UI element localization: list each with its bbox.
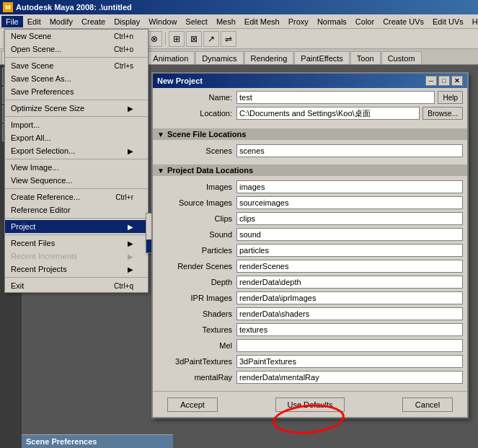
- source-images-input[interactable]: [236, 196, 463, 209]
- menu-modify[interactable]: Modify: [45, 16, 77, 27]
- menu-edit[interactable]: Edit: [23, 16, 45, 27]
- new-project-dialog: New Project ─ □ ✕ Name: Help Location: B…: [151, 72, 469, 418]
- menu-export-all[interactable]: Export All...: [5, 131, 148, 144]
- menu-open-scene[interactable]: Open Scene... Ctrl+o: [5, 43, 148, 56]
- scenes-input[interactable]: [236, 144, 463, 157]
- images-input[interactable]: [236, 180, 463, 193]
- scenes-label: Scenes: [157, 146, 236, 155]
- menu-mesh[interactable]: Mesh: [212, 16, 240, 27]
- clips-input[interactable]: [236, 212, 463, 225]
- menu-window[interactable]: Window: [144, 16, 181, 27]
- location-label: Location:: [157, 109, 236, 118]
- accept-button[interactable]: Accept: [167, 398, 218, 412]
- tab-painteffects[interactable]: PaintEffects: [294, 51, 350, 64]
- menu-editmesh[interactable]: Edit Mesh: [240, 16, 284, 27]
- menu-view-image[interactable]: View Image...: [5, 161, 148, 174]
- particles-label: Particles: [157, 246, 236, 255]
- paint-textures-label: 3dPaintTextures: [157, 357, 236, 366]
- menu-color[interactable]: Color: [351, 16, 379, 27]
- menu-display[interactable]: Display: [110, 16, 144, 27]
- particles-input[interactable]: [236, 244, 463, 257]
- mel-label: Mel: [157, 341, 236, 350]
- menu-select[interactable]: Select: [181, 16, 212, 27]
- ipr-label: IPR Images: [157, 294, 236, 302]
- menu-edituvs[interactable]: Edit UVs: [428, 16, 468, 27]
- app-icon: M: [3, 2, 13, 12]
- menu-save-as[interactable]: Save Scene As...: [5, 72, 148, 85]
- toolbar-btn-10[interactable]: ⊞: [169, 31, 185, 47]
- menu-save-prefs[interactable]: Save Preferences: [5, 85, 148, 98]
- toolbar-btn-13[interactable]: ⇌: [221, 31, 236, 47]
- textures-label: Textures: [157, 325, 236, 334]
- menu-createuvs[interactable]: Create UVs: [379, 16, 428, 27]
- toolbar-btn-11[interactable]: ⊠: [186, 31, 202, 47]
- mel-input[interactable]: [236, 339, 463, 352]
- depth-input[interactable]: [236, 276, 463, 289]
- scene-file-fields: Scenes: [153, 143, 467, 162]
- mentalray-label: mentalRay: [157, 373, 236, 382]
- menu-import[interactable]: Import...: [5, 118, 148, 131]
- menu-sep-6: [5, 218, 148, 219]
- ipr-input[interactable]: [236, 291, 463, 304]
- dialog-minimize-btn[interactable]: ─: [425, 76, 437, 86]
- cancel-button[interactable]: Cancel: [402, 398, 453, 412]
- menu-sep-4: [5, 159, 148, 159]
- menu-new-scene[interactable]: New Scene Ctrl+n: [5, 30, 148, 43]
- paint-textures-input[interactable]: [236, 355, 463, 368]
- name-row: Name: Help: [157, 91, 463, 104]
- dialog-title-bar: New Project ─ □ ✕: [153, 74, 467, 88]
- shaders-label: Shaders: [157, 309, 236, 318]
- menu-view-seq[interactable]: View Sequence...: [5, 174, 148, 187]
- section-project-data[interactable]: ▼ Project Data Locations: [153, 164, 467, 176]
- toolbar-sep-2: [165, 32, 166, 45]
- clips-label: Clips: [157, 214, 236, 223]
- depth-label: Depth: [157, 278, 236, 286]
- dialog-title-controls: ─ □ ✕: [425, 76, 463, 86]
- menu-sep-2: [5, 100, 148, 100]
- images-label: Images: [157, 183, 236, 191]
- help-button[interactable]: Help: [438, 91, 463, 104]
- location-input[interactable]: [236, 107, 420, 120]
- menu-create[interactable]: Create: [77, 16, 110, 27]
- menu-export-sel[interactable]: Export Selection... ▶: [5, 144, 148, 157]
- menu-project[interactable]: Project ▶: [5, 220, 148, 233]
- dialog-scroll-area[interactable]: ▼ Scene File Locations Scenes ▼ Project …: [153, 126, 467, 391]
- mentalray-input[interactable]: [236, 371, 463, 384]
- tab-rendering[interactable]: Rendering: [244, 51, 294, 64]
- dialog-footer: Accept Use Defaults Cancel: [153, 391, 467, 417]
- sound-label: Sound: [157, 230, 236, 239]
- menu-sep-8: [5, 277, 148, 278]
- sound-input[interactable]: [236, 228, 463, 241]
- toolbar-btn-9[interactable]: ⊗: [146, 31, 162, 47]
- textures-input[interactable]: [236, 323, 463, 336]
- menu-optimize[interactable]: Optimize Scene Size ▶: [5, 102, 148, 115]
- section-arrow-1: ▼: [157, 131, 164, 139]
- menu-file[interactable]: File: [1, 16, 23, 27]
- shaders-input[interactable]: [236, 307, 463, 320]
- menu-exit[interactable]: Exit Ctrl+q: [5, 279, 148, 292]
- render-scenes-input[interactable]: [236, 260, 463, 273]
- menu-proxy[interactable]: Proxy: [284, 16, 313, 27]
- tab-custom[interactable]: Custom: [381, 51, 422, 64]
- tab-toon[interactable]: Toon: [350, 51, 381, 64]
- tab-animation[interactable]: Animation: [146, 51, 195, 64]
- section-scene-files[interactable]: ▼ Scene File Locations: [153, 128, 467, 140]
- menu-recent-files[interactable]: Recent Files ▶: [5, 237, 148, 250]
- dialog-maximize-btn[interactable]: □: [438, 76, 450, 86]
- tab-dynamics[interactable]: Dynamics: [195, 51, 243, 64]
- menu-save-scene[interactable]: Save Scene Ctrl+s: [5, 59, 148, 72]
- menu-sep-7: [5, 234, 148, 235]
- menu-sep-1: [5, 57, 148, 58]
- title-bar: M Autodesk Maya 2008: .\untitled: [0, 0, 478, 14]
- menu-help[interactable]: Help: [468, 16, 478, 27]
- menu-recent-increments[interactable]: Recent Increments ▶: [5, 250, 148, 263]
- toolbar-btn-12[interactable]: ↗: [203, 31, 219, 47]
- menu-ref-editor[interactable]: Reference Editor: [5, 203, 148, 216]
- name-input[interactable]: [236, 91, 435, 104]
- dialog-close-btn[interactable]: ✕: [451, 76, 463, 86]
- use-defaults-button[interactable]: Use Defaults: [275, 398, 345, 412]
- menu-create-ref[interactable]: Create Reference... Ctrl+r: [5, 190, 148, 203]
- menu-recent-projects[interactable]: Recent Projects ▶: [5, 263, 148, 276]
- browse-button[interactable]: Browse...: [422, 107, 463, 120]
- menu-normals[interactable]: Normals: [313, 16, 351, 27]
